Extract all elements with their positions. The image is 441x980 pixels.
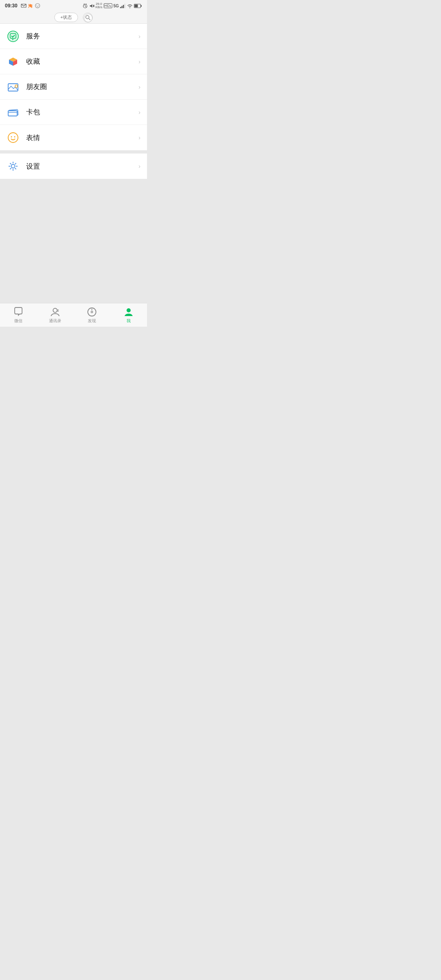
card-arrow: › (138, 109, 140, 116)
contacts-nav-icon (50, 307, 60, 317)
signal-icon (120, 4, 126, 8)
chat-nav-icon (13, 307, 24, 317)
service-label: 服务 (26, 31, 138, 41)
svg-marker-10 (90, 4, 92, 8)
settings-label: 设置 (26, 162, 138, 171)
svg-point-35 (14, 136, 16, 138)
service-icon (7, 30, 20, 43)
status-right-icons: 29.0KB/s HD₁ 5G (82, 2, 142, 9)
me-nav-label: 我 (127, 318, 131, 324)
svg-line-41 (10, 163, 11, 165)
status-bar: 09:30 淘 (0, 0, 147, 11)
svg-rect-18 (141, 5, 142, 7)
svg-rect-19 (135, 4, 138, 7)
svg-line-7 (85, 6, 86, 7)
svg-point-33 (8, 133, 18, 143)
menu-section-2: 设置 › (0, 154, 147, 179)
svg-line-44 (10, 168, 11, 169)
svg-rect-14 (122, 6, 123, 8)
moments-label: 朋友圈 (26, 82, 138, 91)
nav-item-discover[interactable]: 发现 (74, 307, 110, 324)
settings-arrow: › (138, 163, 140, 169)
taobao-icon: 淘 (28, 3, 33, 9)
svg-point-20 (84, 14, 92, 22)
svg-rect-31 (8, 111, 17, 116)
moments-arrow: › (138, 84, 140, 90)
svg-point-36 (11, 165, 15, 168)
favorites-arrow: › (138, 58, 140, 65)
alarm-icon (82, 3, 88, 9)
menu-item-moments[interactable]: 朋友圈 › (0, 74, 147, 100)
face-icon (35, 3, 40, 9)
svg-rect-15 (123, 5, 124, 8)
contacts-nav-label: 通讯录 (49, 318, 61, 324)
menu-item-service[interactable]: 服务 › (0, 24, 147, 49)
wifi-icon (127, 4, 133, 8)
menu-item-emoji[interactable]: 表情 › (0, 125, 147, 150)
svg-point-51 (127, 308, 131, 312)
service-arrow: › (138, 33, 140, 40)
status-button[interactable]: +状态 (54, 13, 78, 22)
favorites-label: 收藏 (26, 57, 138, 66)
top-action-bar: +状态 (0, 11, 147, 24)
network-type: 5G (114, 4, 119, 8)
svg-rect-13 (120, 7, 121, 8)
svg-point-3 (36, 5, 37, 6)
card-label: 卡包 (26, 107, 138, 117)
chat-nav-label: 微信 (14, 318, 22, 324)
menu-item-card[interactable]: 卡包 › (0, 100, 147, 125)
svg-line-43 (15, 163, 16, 165)
hd-badge: HD₁ (104, 3, 112, 9)
discover-nav-label: 发现 (88, 318, 96, 324)
svg-rect-16 (125, 4, 126, 8)
svg-line-42 (15, 168, 16, 169)
svg-point-45 (53, 308, 57, 312)
nav-item-contacts[interactable]: 通讯录 (37, 307, 74, 324)
me-nav-icon (123, 307, 134, 317)
card-icon (7, 106, 20, 119)
mute-icon (89, 3, 94, 9)
network-speed: 29.0KB/s (96, 2, 102, 9)
app-container: 09:30 淘 (0, 0, 147, 327)
mail-icon (21, 3, 27, 9)
svg-text:淘: 淘 (28, 4, 32, 8)
svg-point-2 (35, 4, 40, 8)
svg-point-4 (38, 5, 39, 6)
status-app-icons: 淘 (21, 3, 40, 9)
svg-point-21 (86, 16, 89, 19)
moments-icon (7, 80, 20, 94)
nav-item-chat[interactable]: 微信 (0, 307, 37, 324)
nav-item-me[interactable]: 我 (110, 307, 147, 324)
menu-item-favorites[interactable]: 收藏 › (0, 49, 147, 74)
favorites-icon (7, 55, 20, 68)
svg-line-22 (89, 18, 91, 20)
emoji-icon (7, 131, 20, 144)
svg-point-34 (11, 136, 12, 138)
bottom-nav: 微信 通讯录 (0, 303, 147, 327)
discover-nav-icon (87, 307, 97, 317)
menu-item-settings[interactable]: 设置 › (0, 154, 147, 179)
svg-point-49 (91, 311, 93, 313)
settings-icon (7, 160, 20, 173)
emoji-label: 表情 (26, 133, 138, 143)
menu-section-1: 服务 › 收藏 › (0, 24, 147, 150)
svg-point-29 (15, 85, 18, 87)
status-time: 09:30 (5, 3, 18, 9)
search-circle-button[interactable] (83, 13, 93, 22)
battery-icon (134, 4, 142, 8)
emoji-arrow: › (138, 134, 140, 141)
